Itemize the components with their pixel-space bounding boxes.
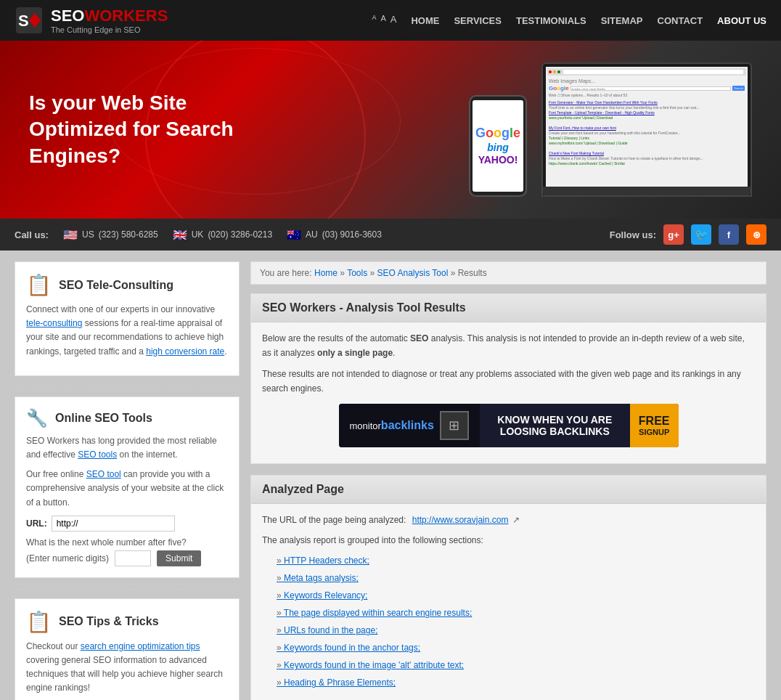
- laptop-device: Web Images Maps... Google make your own …: [541, 62, 752, 197]
- ad-banner[interactable]: monitorbacklinks ⊞ KNOW WHEN YOU ARE LOO…: [339, 404, 679, 447]
- google-plus-icon[interactable]: g+: [663, 224, 684, 245]
- tele-consulting-title: 📋 SEO Tele-Consulting: [26, 273, 228, 297]
- flag-us: 🇺🇸: [63, 228, 78, 242]
- ad-left: monitorbacklinks ⊞: [339, 404, 480, 447]
- ad-inner: monitorbacklinks ⊞ KNOW WHEN YOU ARE LOO…: [339, 404, 679, 447]
- logo-area: S SEO WORKERS The Cutting Edge in SEO: [15, 6, 168, 35]
- section-http-headers[interactable]: HTTP Headers check;: [277, 552, 755, 569]
- facebook-icon[interactable]: f: [719, 224, 739, 245]
- url-row: URL:: [26, 516, 228, 532]
- nav-services[interactable]: SERVICES: [454, 15, 502, 26]
- tele-consulting-section: 📋 SEO Tele-Consulting Connect with one o…: [15, 261, 240, 376]
- online-tools-title: 🔧 Online SEO Tools: [26, 408, 228, 428]
- section-urls[interactable]: URLs found in the page;: [277, 622, 755, 639]
- captcha-sublabel: (Enter numeric digits): [26, 553, 109, 563]
- seo-tool-link[interactable]: SEO tool: [86, 469, 121, 479]
- call-label: Call us:: [15, 229, 49, 240]
- twitter-icon[interactable]: 🐦: [691, 224, 711, 245]
- section-alt-keywords[interactable]: Keywords found in the image 'alt' attrib…: [277, 656, 755, 674]
- ad-container: monitorbacklinks ⊞ KNOW WHEN YOU ARE LOO…: [262, 404, 755, 447]
- breadcrumb-sep3: »: [451, 268, 458, 278]
- main-content: 📋 SEO Tele-Consulting Connect with one o…: [0, 251, 781, 700]
- analyzed-page-header: Analyzed Page: [251, 476, 766, 504]
- nav-testimonials[interactable]: TESTIMONIALS: [516, 15, 586, 26]
- nav-sitemap[interactable]: SITEMAP: [601, 15, 643, 26]
- main-nav: HOME SERVICES TESTIMONIALS SITEMAP CONTA…: [411, 15, 766, 26]
- nav-about-us[interactable]: ABOUT US: [717, 15, 766, 26]
- analyzed-url-line: The URL of the page being analyzed: http…: [262, 513, 755, 527]
- seo-tips-link[interactable]: search engine optimization tips: [81, 641, 200, 651]
- ad-cta[interactable]: FREE SIGNUP: [630, 404, 679, 447]
- hero-headline: Is your Web Site Optimized for Search En…: [29, 90, 247, 169]
- breadcrumb-sep2: »: [369, 268, 377, 278]
- url-input[interactable]: [52, 516, 175, 532]
- online-tools-section: 🔧 Online SEO Tools SEO Workers has long …: [15, 396, 240, 578]
- breadcrumb-tools[interactable]: Tools: [347, 268, 367, 278]
- breadcrumb-seo-analysis[interactable]: SEO Analysis Tool: [377, 268, 449, 278]
- tele-consulting-text: Connect with one of our experts in our i…: [26, 303, 228, 359]
- analysis-results-header: SEO Workers - Analysis Tool Results: [251, 294, 766, 322]
- tips-title: 📋 SEO Tips & Tricks: [26, 610, 228, 634]
- analysis-intro2: These results are not intended to diagno…: [262, 367, 755, 396]
- section-heading-elements[interactable]: Heading & Phrase Elements;: [277, 674, 755, 691]
- logo-tagline: The Cutting Edge in SEO: [51, 25, 168, 34]
- sections-list: HTTP Headers check; Meta tags analysis; …: [277, 552, 755, 691]
- main-panel: You are here: Home » Tools » SEO Analysi…: [250, 261, 766, 700]
- flag-au: 🇦🇺: [287, 228, 301, 242]
- google-logo-phone: Google: [475, 126, 520, 142]
- nav-area: A A A HOME SERVICES TESTIMONIALS SITEMAP…: [372, 14, 766, 28]
- logo-icon: S: [15, 6, 44, 35]
- sidebar: 📋 SEO Tele-Consulting Connect with one o…: [15, 261, 240, 700]
- svg-text:S: S: [18, 12, 29, 30]
- phone-us-label: US: [82, 229, 94, 240]
- breadcrumb-home[interactable]: Home: [314, 268, 338, 278]
- logo-workers: WORKERS: [84, 7, 168, 25]
- url-label: URL:: [26, 518, 47, 529]
- hero-devices: Google bing YAHOO! Web Im: [469, 62, 752, 197]
- rss-icon[interactable]: ⊛: [746, 224, 766, 245]
- analyzed-url-label: The URL of the page being analyzed:: [262, 515, 406, 525]
- ad-message1: KNOW WHEN YOU ARE: [497, 414, 612, 426]
- call-info: Call us: 🇺🇸 US (323) 580-6285 🇬🇧 UK (020…: [15, 228, 382, 242]
- tips-text: Checkout our search engine optimization …: [26, 640, 228, 696]
- section-anchor-keywords[interactable]: Keywords found in the anchor tags;: [277, 639, 755, 656]
- analysis-intro1: Below are the results of the automatic S…: [262, 331, 755, 361]
- phone-au-label: AU: [306, 229, 318, 240]
- laptop-screen: Web Images Maps... Google make your own …: [546, 67, 748, 187]
- captcha-row: (Enter numeric digits) Submit: [26, 550, 228, 566]
- submit-button[interactable]: Submit: [157, 550, 201, 566]
- breadcrumb: You are here: Home » Tools » SEO Analysi…: [250, 261, 766, 285]
- section-page-display[interactable]: The page displayed within search engine …: [277, 604, 755, 622]
- phone-screen: Google bing YAHOO!: [473, 100, 523, 192]
- analyzed-url-link[interactable]: http://www.soravjain.com: [412, 515, 509, 525]
- analysis-results-panel: SEO Workers - Analysis Tool Results Belo…: [250, 293, 766, 464]
- phone-au: 🇦🇺 AU (03) 9016-3603: [287, 228, 382, 242]
- header: S SEO WORKERS The Cutting Edge in SEO A …: [0, 0, 781, 41]
- phone-us: 🇺🇸 US (323) 580-6285: [63, 228, 158, 242]
- analyzed-page-title: Analyzed Page: [262, 483, 755, 496]
- ad-middle: KNOW WHEN YOU ARE LOOSING BACKLINKS: [480, 414, 630, 437]
- phone-uk-label: UK: [192, 229, 204, 240]
- tele-consulting-link[interactable]: tele-consulting: [26, 318, 82, 328]
- tips-icon: 📋: [26, 610, 52, 634]
- phone-us-number[interactable]: (323) 580-6285: [99, 229, 158, 240]
- font-large-control[interactable]: A: [390, 14, 397, 25]
- font-small-control[interactable]: A: [372, 14, 376, 25]
- nav-contact[interactable]: CONTACT: [658, 15, 703, 26]
- follow-label: Follow us:: [610, 229, 656, 240]
- seo-tools-link[interactable]: SEO tools: [78, 449, 117, 460]
- section-keywords-relevancy[interactable]: Keywords Relevancy;: [277, 587, 755, 604]
- font-medium-control[interactable]: A: [380, 14, 385, 25]
- tele-consulting-icon: 📋: [26, 273, 52, 297]
- phone-au-number[interactable]: (03) 9016-3603: [322, 229, 382, 240]
- call-bar: Call us: 🇺🇸 US (323) 580-6285 🇬🇧 UK (020…: [0, 219, 781, 251]
- nav-home[interactable]: HOME: [411, 15, 439, 26]
- logo-text-area: SEO WORKERS The Cutting Edge in SEO: [51, 7, 168, 34]
- phone-uk-number[interactable]: (020) 3286-0213: [208, 229, 272, 240]
- captcha-input[interactable]: [115, 550, 151, 566]
- captcha-question: What is the next whole number after five…: [26, 537, 228, 548]
- you-are-here-label: You are here:: [260, 268, 312, 278]
- conversion-rate-link[interactable]: high conversion rate: [146, 346, 224, 357]
- online-tools-text2: Our free online SEO tool can provide you…: [26, 468, 228, 510]
- section-meta-tags[interactable]: Meta tags analysis;: [277, 569, 755, 587]
